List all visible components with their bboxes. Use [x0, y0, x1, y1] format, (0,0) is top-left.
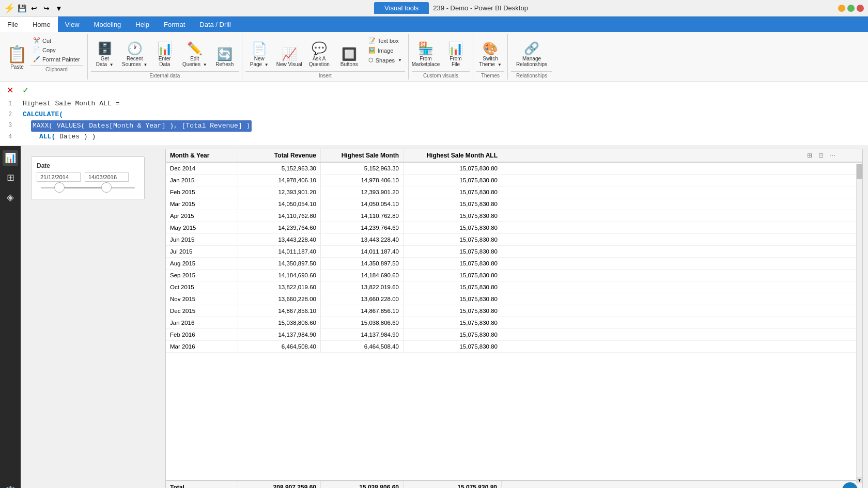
cell-month: Jan 2015	[166, 175, 238, 186]
recent-sources-button[interactable]: 🕐 RecentSources ▼	[121, 35, 149, 68]
table-row: Oct 2015 13,822,019.60 13,822,019.60 15,…	[166, 281, 862, 293]
get-data-button[interactable]: 🗄️ GetData ▼	[91, 35, 119, 68]
cell-month: Mar 2016	[166, 341, 238, 352]
cell-highest-month: 14,184,690.60	[321, 270, 404, 281]
table-row: Mar 2015 14,050,054.10 14,050,054.10 15,…	[166, 198, 862, 210]
text-box-button[interactable]: 📝 Text box	[365, 36, 405, 45]
enter-data-button[interactable]: 📊 EnterData	[151, 35, 179, 68]
col-month-year: Month & Year	[166, 149, 238, 162]
paste-icon: 📋	[7, 44, 27, 64]
themes-label: Themes	[476, 71, 504, 78]
cell-highest-all: 15,075,830.80	[404, 234, 502, 245]
date-slicer-label: Date	[37, 162, 139, 169]
sidebar-model-icon[interactable]: ◈	[3, 190, 18, 205]
sidebar-report-icon[interactable]: 📊	[3, 150, 18, 166]
cell-highest-month: 14,978,406.10	[321, 175, 404, 186]
table-row: Nov 2015 13,660,228.00 13,660,228.00 15,…	[166, 293, 862, 305]
refresh-button[interactable]: 🔄 Refresh	[211, 35, 239, 68]
buttons-button[interactable]: 🔲 Buttons	[335, 35, 363, 68]
cell-revenue: 5,152,963.30	[238, 163, 321, 174]
sidebar-data-icon[interactable]: ⊞	[3, 170, 18, 185]
minimize-button[interactable]	[838, 5, 845, 12]
cell-highest-month: 6,464,508.40	[321, 341, 404, 352]
canvas-area: Date ⊞ ⊡ ⋯ Month &	[21, 146, 868, 488]
formula-line-1: 1 Highest Sale Month ALL =	[8, 99, 860, 109]
formula-highlighted-text: MAXX( VALUES( Dates[Month & Year] ), [To…	[31, 120, 252, 132]
image-button[interactable]: 🖼️ Image	[365, 46, 405, 55]
table-row: Dec 2015 14,867,856.10 14,867,856.10 15,…	[166, 305, 862, 317]
cell-revenue: 13,822,019.60	[238, 281, 321, 293]
table-row: Sep 2015 14,184,690.60 14,184,690.60 15,…	[166, 270, 862, 281]
table-visual: ⊞ ⊡ ⋯ Month & Year Total Revenue Highest…	[165, 149, 863, 488]
relationships-label: Relationships	[511, 71, 552, 78]
edit-queries-icon: ✏️	[187, 42, 203, 55]
menu-file[interactable]: File	[0, 17, 25, 32]
date-start-input[interactable]	[37, 172, 81, 182]
refresh-icon: 🔄	[217, 48, 233, 60]
cut-button[interactable]: ✂️ Cut	[30, 36, 83, 45]
ask-question-button[interactable]: 💬 Ask AQuestion	[305, 35, 333, 68]
table-scrollbar[interactable]: ▼	[856, 164, 862, 483]
date-range	[37, 172, 139, 182]
cell-revenue: 14,239,764.60	[238, 222, 321, 233]
themes-group: 🎨 SwitchTheme ▼ Themes	[473, 34, 508, 80]
sidebar-visual-icon[interactable]: ⚙️	[3, 483, 18, 488]
menu-data-drill[interactable]: Data / Drill	[192, 17, 238, 32]
from-file-button[interactable]: 📊 FromFile	[442, 35, 470, 68]
new-page-button[interactable]: 📄 NewPage ▼	[245, 35, 273, 68]
cell-highest-month: 12,393,901.20	[321, 186, 404, 198]
undo-icon[interactable]: ↩	[29, 3, 39, 13]
paste-button[interactable]: 📋 Paste	[4, 35, 30, 78]
copy-button[interactable]: 📄 Copy	[30, 45, 83, 54]
save-icon[interactable]: 💾	[17, 3, 27, 13]
title-bar: ⚡ 💾 ↩ ↪ ▼ Visual tools 239 - Demo - Powe…	[0, 0, 868, 17]
table-expand-icon[interactable]: ⊞	[805, 151, 814, 160]
new-visual-icon: 📈	[282, 48, 297, 60]
table-resize-icon[interactable]: ⊡	[817, 151, 825, 160]
cell-highest-month: 14,239,764.60	[321, 222, 404, 233]
marketplace-icon: 🏪	[418, 42, 433, 55]
switch-theme-button[interactable]: 🎨 SwitchTheme ▼	[476, 35, 504, 68]
formula-confirm-button[interactable]: ✓	[20, 84, 31, 96]
menu-view[interactable]: View	[58, 17, 87, 32]
cell-revenue: 14,978,406.10	[238, 175, 321, 186]
edit-queries-button[interactable]: ✏️ EditQueries ▼	[181, 35, 209, 68]
from-marketplace-button[interactable]: 🏪 FromMarketplace	[412, 35, 440, 68]
formula-area: ✕ ✓ 1 Highest Sale Month ALL = 2 CALCULA…	[0, 82, 868, 146]
insert-group: 📄 NewPage ▼ 📈 New Visual 💬 Ask AQuestion…	[242, 34, 409, 80]
cell-revenue: 14,050,054.10	[238, 198, 321, 210]
format-painter-button[interactable]: 🖌️ Format Painter	[30, 55, 83, 64]
menu-format[interactable]: Format	[157, 17, 192, 32]
cell-highest-all: 15,075,830.80	[404, 281, 502, 293]
menu-home[interactable]: Home	[25, 17, 58, 32]
slider-left-handle[interactable]	[54, 182, 65, 193]
manage-relationships-button[interactable]: 🔗 ManageRelationships	[511, 35, 552, 68]
custom-visuals-label: Custom visuals	[412, 71, 470, 78]
scrollbar-down-arrow[interactable]: ▼	[857, 477, 862, 483]
new-visual-button[interactable]: 📈 New Visual	[275, 35, 303, 68]
table-scroll-area[interactable]: Dec 2014 5,152,963.30 5,152,963.30 15,07…	[166, 163, 862, 480]
redo-icon[interactable]: ↪	[41, 3, 52, 13]
dropdown-icon[interactable]: ▼	[54, 3, 64, 13]
close-button[interactable]	[857, 5, 864, 12]
menu-modeling[interactable]: Modeling	[87, 17, 129, 32]
formula-cancel-button[interactable]: ✕	[4, 84, 16, 96]
table-more-icon[interactable]: ⋯	[828, 151, 836, 160]
menu-help[interactable]: Help	[128, 17, 157, 32]
visual-tools-tab[interactable]: Visual tools	[374, 2, 429, 14]
slider-right-handle[interactable]	[101, 182, 112, 193]
formula-line-4: 4 ALL( Dates ) )	[8, 132, 860, 143]
date-end-input[interactable]	[85, 172, 129, 182]
maximize-button[interactable]	[847, 5, 855, 12]
cell-revenue: 14,867,856.10	[238, 305, 321, 317]
formula-line-3: 3 MAXX( VALUES( Dates[Month & Year] ), […	[8, 120, 860, 132]
external-data-label: External data	[91, 71, 239, 78]
shapes-button[interactable]: ⬡ Shapes ▼	[365, 56, 405, 65]
cell-highest-all: 15,075,830.80	[404, 163, 502, 174]
cell-highest-all: 15,075,830.80	[404, 246, 502, 257]
cell-highest-all: 15,075,830.80	[404, 305, 502, 317]
switch-theme-icon: 🎨	[483, 42, 498, 55]
cell-highest-month: 15,038,806.60	[321, 317, 404, 328]
cell-highest-all: 15,075,830.80	[404, 270, 502, 281]
scrollbar-thumb[interactable]	[857, 164, 862, 179]
